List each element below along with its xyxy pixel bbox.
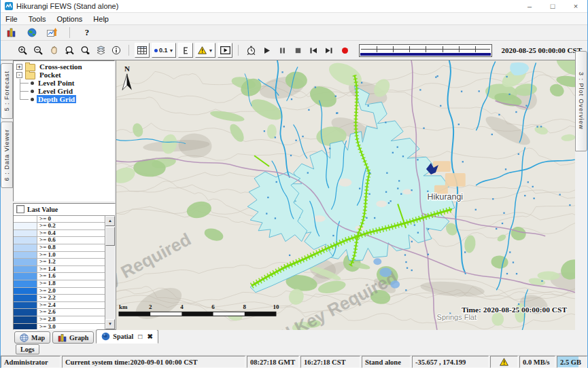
warning-threshold-dropdown[interactable]: ▼ — [195, 43, 215, 58]
status-download-speed: 0.0 MB/s — [519, 356, 555, 368]
minimize-button[interactable]: – — [518, 0, 541, 12]
legend-row[interactable]: >= 0 — [14, 216, 105, 223]
scale-tick: 8 — [243, 303, 247, 310]
logs-button[interactable]: Logs — [16, 344, 39, 354]
stop-button[interactable] — [291, 43, 305, 57]
legend-row[interactable]: >= 1.0 — [14, 252, 105, 259]
chart-display-icon[interactable] — [46, 26, 59, 39]
pan-icon[interactable] — [47, 43, 60, 57]
menu-options[interactable]: Options — [56, 15, 82, 23]
bullet-icon — [31, 98, 34, 101]
place-label: Springs Flat — [437, 313, 477, 321]
close-button[interactable]: × — [564, 0, 587, 12]
scroll-up-icon[interactable]: ▲ — [105, 216, 115, 226]
legend-color-swatch — [14, 280, 37, 287]
step-forward-button[interactable] — [322, 43, 336, 57]
menu-help[interactable]: Help — [93, 15, 109, 23]
time-slider[interactable] — [359, 44, 492, 57]
zoom-next-icon[interactable] — [78, 43, 92, 57]
help-icon[interactable]: ? — [80, 26, 94, 39]
map-view[interactable]: API Key Required API Key Required — [116, 60, 575, 330]
scroll-down-icon[interactable]: ▼ — [105, 319, 115, 329]
status-local-time: 16:27:18 CST — [300, 356, 360, 368]
town-label: Hikurangi — [428, 192, 463, 202]
tree-expander-icon[interactable]: + — [16, 64, 22, 70]
bullet-icon — [31, 90, 34, 93]
tree-item-pocket[interactable]: -Pocket — [14, 71, 114, 79]
scrollbar-track[interactable] — [105, 226, 115, 319]
tab-map-label: Map — [31, 334, 45, 342]
tab-graph[interactable]: Graph — [52, 331, 94, 344]
legend-label: >= 1.6 — [37, 273, 105, 280]
tree-item-depth-grid[interactable]: Depth Grid — [14, 95, 114, 103]
ruler-button[interactable] — [178, 43, 193, 58]
scrollbar-thumb[interactable] — [105, 227, 115, 246]
maximize-button[interactable]: □ — [541, 0, 564, 12]
legend-scrollbar[interactable]: ▲ ▼ — [105, 216, 115, 329]
last-value-label: Last Value — [27, 206, 58, 213]
legend-label: >= 2.4 — [37, 302, 105, 309]
scale-tick: 4 — [180, 303, 184, 310]
legend-color-swatch — [14, 302, 37, 309]
map-toolbar: 0.1 ▼ ▼ — [1, 40, 587, 60]
menu-tools[interactable]: Tools — [29, 15, 46, 23]
tab-plot-overview[interactable]: 3 : Plot Overview — [575, 51, 587, 151]
legend-row[interactable]: >= 1.4 — [14, 266, 105, 274]
legend-row[interactable]: >= 2.6 — [14, 309, 105, 316]
step-back-button[interactable] — [307, 43, 320, 57]
legend-row[interactable]: >= 1.8 — [14, 280, 105, 288]
tree-expander-icon[interactable]: - — [16, 72, 22, 78]
explorer-icon[interactable] — [5, 26, 18, 39]
tab-data-viewer[interactable]: 6 : Data Viewer — [1, 122, 13, 188]
last-value-checkbox[interactable] — [16, 205, 24, 213]
movie-player-button[interactable] — [218, 43, 232, 58]
logs-row: Logs — [1, 344, 587, 355]
contour-interval-dropdown[interactable]: 0.1 ▼ — [152, 43, 176, 58]
interval-dot-icon — [154, 49, 158, 52]
status-warning[interactable] — [490, 356, 518, 368]
tab-map[interactable]: Map — [14, 331, 50, 344]
legend-label: >= 2.2 — [37, 295, 105, 301]
tree-item-cross-section[interactable]: +Cross-section — [14, 62, 114, 71]
legend-color-swatch — [14, 237, 37, 244]
grid-display-button[interactable] — [135, 43, 150, 58]
legend-row[interactable]: >= 2.0 — [14, 288, 105, 295]
menu-file[interactable]: File — [5, 15, 18, 23]
play-button[interactable] — [260, 43, 273, 57]
legend-row[interactable]: >= 0.6 — [14, 237, 105, 244]
legend-label: >= 2.0 — [37, 288, 105, 295]
tab-maximize-icon[interactable]: □ — [138, 333, 142, 340]
map-display-icon[interactable] — [25, 26, 39, 39]
bullet-icon — [31, 81, 34, 85]
legend-row[interactable]: >= 0.4 — [14, 230, 105, 238]
right-tab-strip: 3 : Plot Overview — [575, 60, 587, 330]
info-icon[interactable] — [109, 43, 123, 57]
zoom-out-icon[interactable] — [31, 43, 45, 57]
legend-row[interactable]: >= 2.8 — [14, 316, 105, 324]
record-icon — [342, 48, 348, 54]
tab-close-icon[interactable]: ✖ — [147, 333, 152, 340]
legend-row[interactable]: >= 0.2 — [14, 223, 105, 230]
record-button[interactable] — [338, 43, 351, 57]
tree-item-level-grid[interactable]: Level Grid — [14, 87, 114, 95]
animation-timer-icon[interactable] — [244, 43, 258, 57]
legend-row[interactable]: >= 1.2 — [14, 259, 105, 266]
map-canvas[interactable]: API Key Required API Key Required — [116, 60, 575, 330]
tree-connector — [20, 95, 31, 103]
zoom-previous-icon[interactable] — [63, 43, 76, 57]
legend-row[interactable]: >= 3.0 — [14, 324, 105, 329]
legend-row[interactable]: >= 2.2 — [14, 295, 105, 302]
tab-spatial[interactable]: Spatial □ ✖ — [96, 329, 158, 344]
legend-color-swatch — [14, 223, 37, 229]
legend-row[interactable]: >= 0.8 — [14, 244, 105, 252]
legend-row[interactable]: >= 2.4 — [14, 302, 105, 310]
zoom-in-icon[interactable] — [16, 43, 29, 57]
tree-item-level-point[interactable]: Level Point — [14, 79, 114, 87]
layers-icon[interactable] — [94, 43, 107, 57]
tab-forecast[interactable]: 5 : Forecast — [1, 63, 13, 119]
legend-label: >= 1.4 — [37, 266, 105, 273]
legend-color-swatch — [14, 288, 37, 295]
legend-label: >= 2.6 — [37, 309, 105, 316]
pause-button[interactable] — [275, 43, 289, 57]
legend-row[interactable]: >= 1.6 — [14, 273, 105, 280]
